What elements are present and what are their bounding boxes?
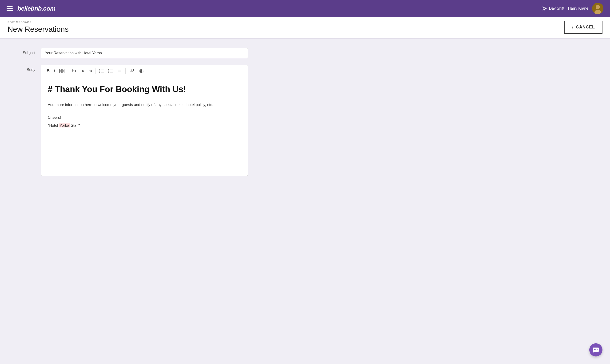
- user-name: Harry Krane: [568, 6, 588, 11]
- h2-button[interactable]: H2: [79, 68, 86, 74]
- svg-point-0: [543, 7, 545, 10]
- divider-button[interactable]: [116, 68, 123, 74]
- signature-highlight: Yorba: [59, 123, 70, 128]
- cancel-label: CANCEL: [576, 25, 595, 30]
- svg-rect-23: [101, 70, 104, 70]
- edit-message-label: EDIT MESSAGE: [8, 21, 69, 24]
- signature-before: *Hotel: [48, 123, 59, 128]
- toolbar-separator-3: [125, 68, 126, 74]
- h3-button[interactable]: H3: [87, 68, 94, 74]
- svg-point-21: [99, 71, 100, 71]
- editor-paragraph: Add more information here to welcome you…: [48, 102, 241, 108]
- cancel-chevron-icon: ›: [572, 25, 573, 30]
- app-logo: bellebnb.com: [17, 5, 537, 12]
- h1-button[interactable]: H1: [70, 68, 78, 74]
- svg-point-37: [597, 349, 597, 350]
- body-row: Body B I: [14, 65, 315, 176]
- svg-line-7: [543, 10, 543, 10]
- chat-button[interactable]: [589, 343, 602, 356]
- ordered-list-button[interactable]: 1. 2. 3.: [106, 68, 115, 74]
- signature-after: Staff*: [70, 123, 80, 128]
- subject-input[interactable]: [41, 48, 248, 58]
- bold-button[interactable]: B: [45, 67, 51, 74]
- editor-body[interactable]: # Thank You For Booking With Us! Add mor…: [41, 77, 248, 176]
- svg-point-20: [99, 69, 100, 70]
- day-shift-toggle[interactable]: Day Shift: [542, 6, 564, 11]
- svg-rect-25: [101, 72, 104, 72]
- preview-button[interactable]: [137, 68, 145, 74]
- editor-cheers: Cheers!: [48, 116, 241, 120]
- svg-rect-30: [110, 71, 113, 71]
- svg-rect-24: [101, 71, 104, 71]
- svg-point-35: [594, 349, 595, 350]
- toolbar-separator-1: [68, 68, 68, 74]
- svg-rect-29: [110, 70, 113, 70]
- quote-button[interactable]: [58, 68, 66, 74]
- svg-point-36: [596, 349, 596, 350]
- italic-button[interactable]: I: [52, 67, 57, 74]
- subject-label: Subject: [14, 48, 35, 55]
- svg-line-3: [543, 7, 543, 7]
- subject-row: Subject: [14, 48, 315, 58]
- day-shift-label: Day Shift: [549, 6, 564, 11]
- svg-point-33: [139, 70, 143, 72]
- page-title: New Reservations: [8, 25, 69, 34]
- editor-heading: # Thank You For Booking With Us!: [48, 84, 241, 94]
- svg-line-8: [546, 7, 546, 7]
- avatar[interactable]: [592, 3, 603, 14]
- svg-point-10: [596, 5, 600, 9]
- page-title-section: EDIT MESSAGE New Reservations: [8, 21, 69, 34]
- svg-line-4: [546, 10, 546, 10]
- svg-text:3.: 3.: [108, 71, 109, 73]
- body-label: Body: [14, 65, 35, 72]
- editor-signature: *Hotel Yorba Staff*: [48, 123, 241, 128]
- editor-toolbar: B I H1 H2 H3: [41, 65, 248, 77]
- link-button[interactable]: [128, 68, 136, 74]
- unordered-list-button[interactable]: [98, 68, 106, 74]
- svg-point-22: [99, 72, 100, 73]
- main-content: Subject Body B I: [0, 39, 329, 192]
- page-header: EDIT MESSAGE New Reservations › CANCEL: [0, 17, 610, 39]
- svg-rect-31: [110, 72, 113, 72]
- app-header: bellebnb.com Day Shift Harry Krane: [0, 0, 610, 17]
- header-right: Day Shift Harry Krane: [542, 3, 603, 14]
- menu-icon[interactable]: [7, 6, 13, 11]
- svg-point-34: [140, 70, 142, 72]
- editor-container: B I H1 H2 H3: [41, 65, 248, 176]
- toolbar-separator-2: [95, 68, 96, 74]
- cancel-button[interactable]: › CANCEL: [564, 21, 602, 34]
